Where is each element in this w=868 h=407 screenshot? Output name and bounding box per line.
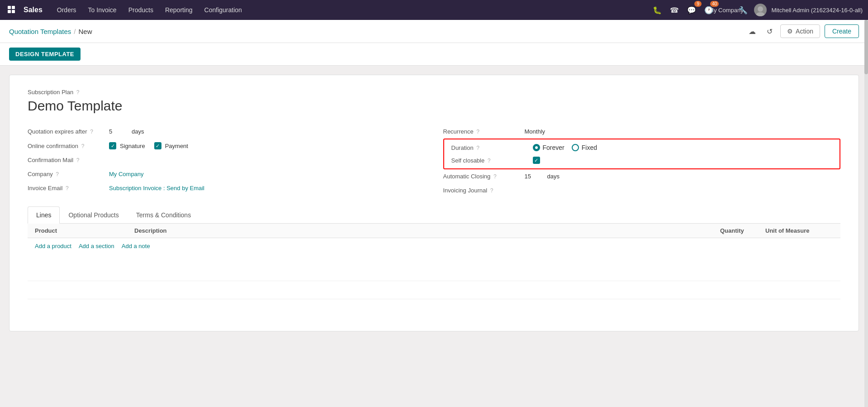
self-closable-label: Self closable ?	[451, 157, 528, 164]
action-button[interactable]: ⚙ Action	[780, 24, 820, 38]
invoice-email-value[interactable]: Subscription Invoice : Send by Email	[109, 185, 204, 192]
payment-checkbox[interactable]	[154, 142, 161, 149]
scrollbar[interactable]	[864, 20, 868, 340]
company-value[interactable]: My Company	[109, 171, 144, 177]
app-name: Sales	[24, 6, 43, 14]
duration-self-closable-box: Duration ? Forever Fixed	[443, 139, 841, 169]
chat-badge: 9	[694, 1, 702, 7]
phone-icon[interactable]: ☎	[668, 4, 681, 16]
nav-item-to-invoice[interactable]: To Invoice	[83, 4, 122, 16]
table-header: Product Description Quantity Unit of Mea…	[28, 224, 840, 238]
duration-row: Duration ? Forever Fixed	[451, 144, 833, 151]
duration-radio-group: Forever Fixed	[533, 144, 597, 151]
self-closable-help-icon[interactable]: ?	[488, 158, 491, 164]
add-product-link[interactable]: Add a product	[35, 243, 71, 249]
subscription-plan-help-icon[interactable]: ?	[76, 89, 80, 96]
main-content: Subscription Plan ? Demo Template Quotat…	[0, 66, 868, 340]
self-closable-row: Self closable ?	[451, 157, 833, 164]
form-left: Quotation expires after ? 5 days Online …	[28, 124, 425, 197]
online-conf-help-icon[interactable]: ?	[81, 143, 85, 149]
recurrence-help-icon[interactable]: ?	[476, 129, 479, 135]
breadcrumb: Quotation Templates / New	[9, 28, 92, 35]
design-template-bar: DESIGN TEMPLATE	[0, 43, 868, 66]
invoice-email-help-icon[interactable]: ?	[66, 185, 69, 192]
nav-item-products[interactable]: Products	[123, 4, 159, 16]
add-note-link[interactable]: Add a note	[122, 243, 150, 249]
chat-icon[interactable]: 💬 9	[685, 4, 698, 16]
top-navigation: Sales Orders To Invoice Products Reporti…	[0, 0, 868, 20]
form-section: Quotation expires after ? 5 days Online …	[28, 124, 840, 197]
duration-forever-label: Forever	[543, 144, 564, 151]
refresh-icon[interactable]: ↺	[763, 25, 776, 38]
empty-row-2	[28, 281, 840, 299]
nav-items: Orders To Invoice Products Reporting Con…	[52, 4, 650, 16]
automatic-closing-row: Automatic Closing ? 15 days	[443, 169, 841, 183]
add-section-link[interactable]: Add a section	[79, 243, 114, 249]
tools-icon[interactable]: 🔧	[737, 4, 749, 16]
bug-icon[interactable]: 🐛	[651, 4, 664, 16]
recurrence-row: Recurrence ? Monthly	[443, 124, 841, 139]
nav-item-orders[interactable]: Orders	[52, 4, 82, 16]
online-confirmation-label: Online confirmation ?	[28, 143, 104, 149]
invoicing-journal-label: Invoicing Journal ?	[443, 187, 520, 194]
conf-mail-help-icon[interactable]: ?	[76, 157, 80, 163]
recurrence-value[interactable]: Monthly	[525, 128, 545, 135]
duration-forever-option[interactable]: Forever	[533, 144, 564, 151]
col-quantity: Quantity	[720, 227, 765, 234]
subscription-plan-label: Subscription Plan ?	[28, 89, 840, 96]
duration-help-icon[interactable]: ?	[476, 145, 479, 151]
tabs-bar: Lines Optional Products Terms & Conditio…	[28, 206, 840, 224]
self-closable-checkbox[interactable]	[533, 157, 540, 164]
action-label: Action	[796, 28, 813, 35]
template-name[interactable]: Demo Template	[28, 98, 840, 114]
payment-label: Payment	[165, 143, 188, 149]
clock-icon[interactable]: 🕐 40	[702, 4, 715, 16]
breadcrumb-actions: ☁ ↺ ⚙ Action Create	[746, 24, 859, 38]
cloud-icon[interactable]: ☁	[746, 25, 759, 38]
gear-icon: ⚙	[787, 28, 793, 35]
signature-checkbox-wrap: Signature	[109, 142, 145, 149]
scrollbar-thumb[interactable]	[864, 20, 868, 74]
user-name: Mitchell Admin (21623424-16-0-all)	[771, 7, 863, 14]
create-button[interactable]: Create	[825, 24, 859, 38]
nav-right: 🐛 ☎ 💬 9 🕐 40 My Company 🔧 Mitchell Admin…	[651, 4, 863, 16]
invoicing-journal-help-icon[interactable]: ?	[490, 187, 493, 194]
svg-rect-1	[12, 6, 15, 9]
col-description: Description	[134, 227, 720, 234]
tab-lines[interactable]: Lines	[28, 206, 60, 224]
automatic-closing-help-icon[interactable]: ?	[493, 173, 497, 180]
svg-rect-3	[12, 10, 15, 13]
confirmation-mail-label: Confirmation Mail ?	[28, 157, 104, 163]
signature-checkbox[interactable]	[109, 142, 116, 149]
company-label: Company ?	[28, 171, 104, 177]
tab-optional-products[interactable]: Optional Products	[60, 206, 127, 223]
breadcrumb-parent[interactable]: Quotation Templates	[9, 28, 71, 35]
svg-rect-2	[8, 10, 11, 13]
online-confirmation-row: Online confirmation ? Signature Payment	[28, 139, 425, 153]
table-add-row: Add a product Add a section Add a note	[28, 238, 840, 254]
quotation-expires-value[interactable]: 5	[109, 128, 127, 135]
duration-forever-radio[interactable]	[533, 144, 540, 151]
automatic-closing-label: Automatic Closing ?	[443, 173, 520, 180]
invoicing-journal-row: Invoicing Journal ?	[443, 183, 841, 197]
duration-fixed-option[interactable]: Fixed	[572, 144, 597, 151]
nav-item-reporting[interactable]: Reporting	[160, 4, 198, 16]
automatic-closing-unit: days	[547, 173, 560, 180]
subscription-plan-text: Subscription Plan	[28, 89, 73, 96]
automatic-closing-value[interactable]: 15	[525, 173, 543, 180]
svg-point-4	[758, 6, 763, 12]
duration-fixed-label: Fixed	[582, 144, 597, 151]
svg-rect-0	[8, 6, 11, 9]
tab-terms-conditions[interactable]: Terms & Conditions	[128, 206, 199, 223]
quotation-help-icon[interactable]: ?	[90, 129, 93, 135]
company-help-icon[interactable]: ?	[56, 171, 59, 177]
duration-fixed-radio[interactable]	[572, 144, 579, 151]
form-right: Recurrence ? Monthly Duration ?	[443, 124, 841, 197]
nav-item-configuration[interactable]: Configuration	[199, 4, 247, 16]
col-unit-of-measure: Unit of Measure	[765, 227, 833, 234]
design-template-button[interactable]: DESIGN TEMPLATE	[9, 48, 81, 61]
empty-row-3	[28, 299, 840, 317]
avatar[interactable]	[754, 4, 767, 16]
svg-point-5	[756, 12, 765, 16]
app-grid-icon[interactable]	[5, 4, 18, 16]
